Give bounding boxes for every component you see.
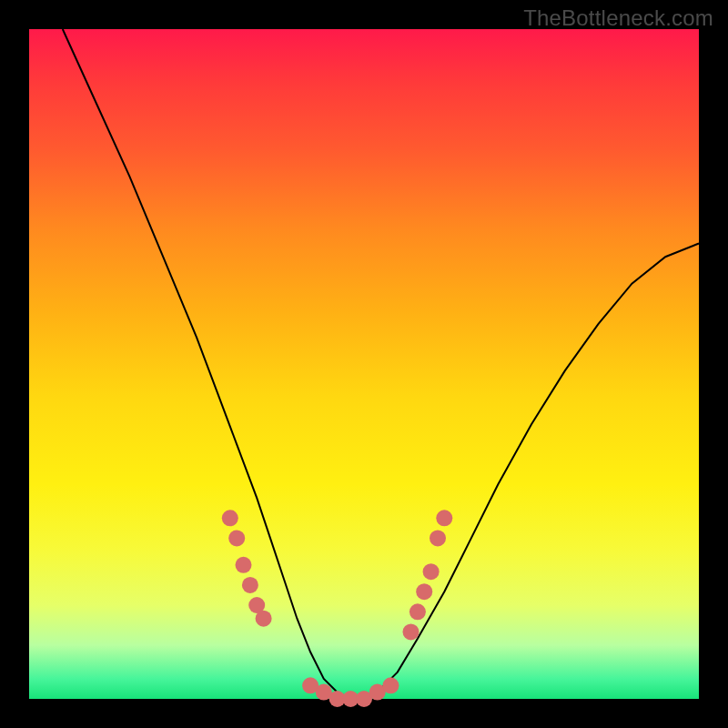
data-point xyxy=(403,623,420,640)
bottleneck-curve xyxy=(63,29,699,699)
watermark-text: TheBottleneck.com xyxy=(523,5,713,31)
chart-svg xyxy=(29,29,699,699)
data-markers xyxy=(222,510,452,707)
data-point xyxy=(382,677,399,693)
data-point xyxy=(410,603,426,620)
data-point xyxy=(423,563,440,580)
data-point xyxy=(228,530,245,546)
data-point xyxy=(236,557,252,573)
data-point xyxy=(222,510,238,526)
data-point xyxy=(436,510,452,526)
chart-frame: TheBottleneck.com xyxy=(0,0,728,728)
data-point xyxy=(416,583,432,600)
data-point xyxy=(256,611,272,627)
data-point xyxy=(242,577,258,593)
plot-area xyxy=(29,29,699,699)
data-point xyxy=(430,530,446,546)
